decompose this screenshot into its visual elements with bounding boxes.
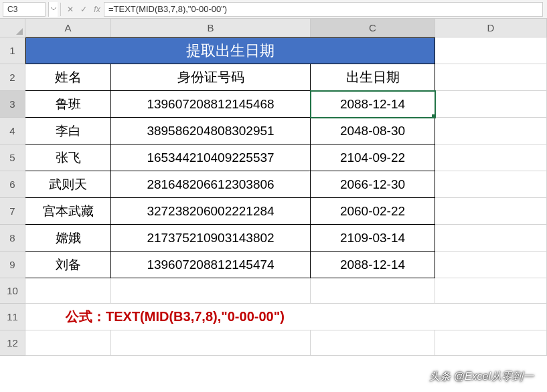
worksheet: A B C D 1 提取出生日期 2 姓名 身份证号码 出生日期 3 鲁班 13… <box>0 19 547 356</box>
cell-id[interactable]: 139607208812145474 <box>111 252 311 278</box>
cell-name[interactable]: 李白 <box>25 118 111 144</box>
cell-id[interactable]: 217375210903143802 <box>111 225 311 252</box>
cell[interactable] <box>311 278 435 304</box>
cell[interactable] <box>435 64 547 91</box>
confirm-button[interactable]: ✓ <box>77 3 90 16</box>
cell[interactable] <box>435 330 547 356</box>
header-name[interactable]: 姓名 <box>25 64 111 91</box>
cell-dob[interactable]: 2066-12-30 <box>311 171 435 198</box>
row-header[interactable]: 10 <box>0 278 25 304</box>
cell[interactable] <box>111 278 311 304</box>
formula-bar: C3 ✕ ✓ fx =TEXT(MID(B3,7,8),"0-00-00") <box>0 0 547 19</box>
cell[interactable] <box>435 252 547 278</box>
cell-dob[interactable]: 2088-12-14 <box>311 252 435 278</box>
formula-input[interactable]: =TEXT(MID(B3,7,8),"0-00-00") <box>104 2 543 17</box>
cell-id[interactable]: 165344210409225537 <box>111 144 311 171</box>
chevron-down-icon <box>51 7 56 11</box>
col-header-c[interactable]: C <box>311 19 435 37</box>
cell-id[interactable]: 281648206612303806 <box>111 171 311 198</box>
rows-container: 1 提取出生日期 2 姓名 身份证号码 出生日期 3 鲁班 1396072088… <box>0 37 547 356</box>
col-header-a[interactable]: A <box>25 19 111 37</box>
cancel-button[interactable]: ✕ <box>64 3 77 16</box>
row-header[interactable]: 2 <box>0 64 25 91</box>
col-header-d[interactable]: D <box>435 19 547 37</box>
header-id[interactable]: 身份证号码 <box>111 64 311 91</box>
cell[interactable] <box>435 278 547 304</box>
cell-name[interactable]: 刘备 <box>25 252 111 278</box>
row-header[interactable]: 1 <box>0 37 25 64</box>
cell-dob[interactable]: 2060-02-22 <box>311 198 435 225</box>
title-cell[interactable]: 提取出生日期 <box>25 37 435 64</box>
cell-name[interactable]: 宫本武藏 <box>25 198 111 225</box>
separator <box>60 3 61 16</box>
cell[interactable] <box>435 304 547 330</box>
cell[interactable] <box>435 198 547 225</box>
cell-id[interactable]: 139607208812145468 <box>111 91 311 118</box>
row-header[interactable]: 9 <box>0 252 25 278</box>
row-header[interactable]: 3 <box>0 91 25 118</box>
row-header[interactable]: 8 <box>0 225 25 252</box>
cell[interactable] <box>435 37 547 64</box>
cell-id[interactable]: 389586204808302951 <box>111 118 311 144</box>
cell-dob[interactable]: 2104-09-22 <box>311 144 435 171</box>
cell[interactable] <box>435 225 547 252</box>
formula-note-cell[interactable]: 公式：TEXT(MID(B3,7,8),"0-00-00") <box>25 304 435 330</box>
row-header[interactable]: 11 <box>0 304 25 330</box>
cell-dob-active[interactable]: 2088-12-14 <box>311 91 435 118</box>
name-box-dropdown[interactable] <box>48 2 58 17</box>
cell-dob[interactable]: 2109-03-14 <box>311 225 435 252</box>
row-header[interactable]: 7 <box>0 198 25 225</box>
cell[interactable] <box>435 171 547 198</box>
cell[interactable] <box>25 278 111 304</box>
row-header[interactable]: 6 <box>0 171 25 198</box>
cell-dob[interactable]: 2048-08-30 <box>311 118 435 144</box>
cell[interactable] <box>435 144 547 171</box>
fx-button[interactable]: fx <box>90 3 104 16</box>
cell-name[interactable]: 张飞 <box>25 144 111 171</box>
cell-name[interactable]: 武则天 <box>25 171 111 198</box>
cell-name[interactable]: 鲁班 <box>25 91 111 118</box>
row-header[interactable]: 5 <box>0 144 25 171</box>
header-dob[interactable]: 出生日期 <box>311 64 435 91</box>
watermark: 头条 @Excel从零到一 <box>429 370 534 384</box>
cell[interactable] <box>25 330 111 356</box>
cell[interactable] <box>111 330 311 356</box>
name-box[interactable]: C3 <box>3 2 46 17</box>
row-header[interactable]: 12 <box>0 330 25 356</box>
cell-id[interactable]: 327238206002221284 <box>111 198 311 225</box>
col-header-b[interactable]: B <box>111 19 311 37</box>
row-header[interactable]: 4 <box>0 118 25 144</box>
cell[interactable] <box>435 91 547 118</box>
select-all-corner[interactable] <box>0 19 25 37</box>
cell[interactable] <box>435 118 547 144</box>
cell[interactable] <box>311 330 435 356</box>
cell-name[interactable]: 嫦娥 <box>25 225 111 252</box>
column-headers: A B C D <box>25 19 547 37</box>
